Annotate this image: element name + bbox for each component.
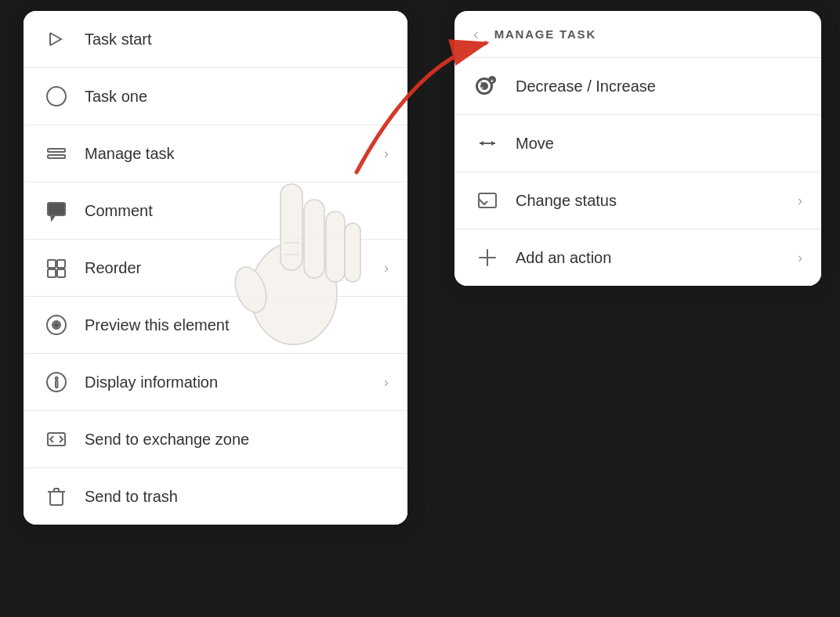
add-action-chevron: › [798,250,802,266]
back-button[interactable]: ‹ [473,25,479,43]
menu-item-manage-task-label: Manage task [85,145,384,163]
change-status-chevron: › [798,193,802,209]
manage-task-chevron: › [384,146,389,162]
comment-icon [42,197,71,225]
svg-rect-8 [48,269,56,277]
svg-point-1 [47,87,66,106]
menu-item-comment-label: Comment [85,202,389,220]
svg-rect-17 [50,492,63,505]
display-info-chevron: › [384,374,389,391]
svg-rect-2 [48,149,65,152]
task-start-icon [42,25,71,53]
menu-item-send-trash-label: Send to trash [85,488,389,506]
menu-item-preview-label: Preview this element [85,316,389,334]
menu-item-send-trash[interactable]: Send to trash [24,468,407,525]
svg-text:+: + [491,78,494,85]
menu-item-task-one[interactable]: Task one [24,68,407,125]
menu-item-move-label: Move [516,135,802,153]
menu-item-decrease-increase-label: Decrease / Increase [516,78,802,96]
panel-title: MANAGE TASK [494,27,596,41]
menu-item-display-info[interactable]: Display information › [24,354,407,411]
menu-item-manage-task[interactable]: Manage task › [24,125,407,182]
menu-item-send-exchange[interactable]: Send to exchange zone [24,411,407,468]
decrease-increase-icon: − + + [473,72,501,100]
svg-marker-30 [480,141,483,146]
exchange-icon [42,425,71,453]
left-menu-panel: Task start Task one Manage task › [24,11,407,525]
menu-item-reorder[interactable]: Reorder › [24,240,407,297]
menu-item-add-action-label: Add an action [516,249,798,267]
menu-item-change-status[interactable]: Change status › [454,172,821,229]
svg-point-12 [54,323,59,327]
task-one-icon [42,82,71,110]
menu-item-send-exchange-label: Send to exchange zone [85,431,389,449]
svg-rect-14 [56,381,58,388]
menu-item-task-start[interactable]: Task start [24,11,407,68]
menu-item-display-info-label: Display information [85,373,384,391]
menu-item-task-start-label: Task start [85,31,389,49]
reorder-chevron: › [384,260,389,276]
menu-item-reorder-label: Reorder [85,259,384,277]
info-icon [42,368,71,396]
menu-item-change-status-label: Change status [516,192,798,210]
svg-marker-31 [491,141,495,146]
trash-icon [42,482,71,511]
svg-rect-9 [57,269,65,277]
menu-item-comment[interactable]: Comment [24,182,407,240]
panel-header: ‹ MANAGE TASK [454,11,821,58]
change-status-icon [473,186,501,215]
menu-item-task-one-label: Task one [85,88,389,106]
menu-item-move[interactable]: Move [454,115,821,172]
preview-icon [42,311,71,339]
svg-text:+: + [480,79,483,86]
menu-item-decrease-increase[interactable]: − + + Decrease / Increase [454,58,821,115]
svg-point-15 [56,377,58,380]
menu-item-add-action[interactable]: Add an action › [454,229,821,286]
svg-marker-5 [51,215,55,220]
reorder-icon [42,254,71,282]
add-action-icon [473,244,501,272]
svg-rect-3 [48,155,65,158]
manage-task-icon [42,139,71,168]
move-icon [473,129,501,157]
svg-rect-4 [48,203,65,215]
menu-item-preview[interactable]: Preview this element [24,297,407,354]
svg-rect-6 [48,260,56,268]
right-menu-panel: ‹ MANAGE TASK − + + Decrease / Increase [454,11,821,286]
svg-rect-7 [57,260,65,268]
